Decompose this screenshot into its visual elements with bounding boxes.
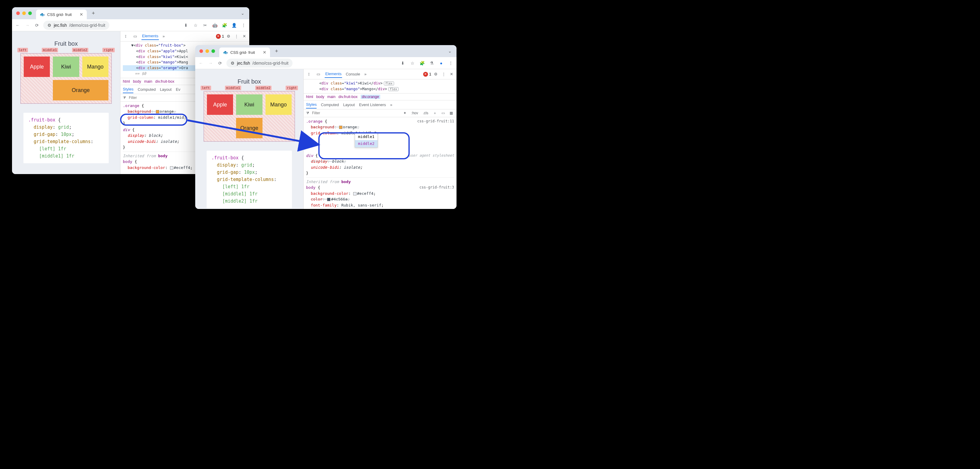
arrow-icon [0,0,469,228]
svg-line-0 [188,120,317,144]
